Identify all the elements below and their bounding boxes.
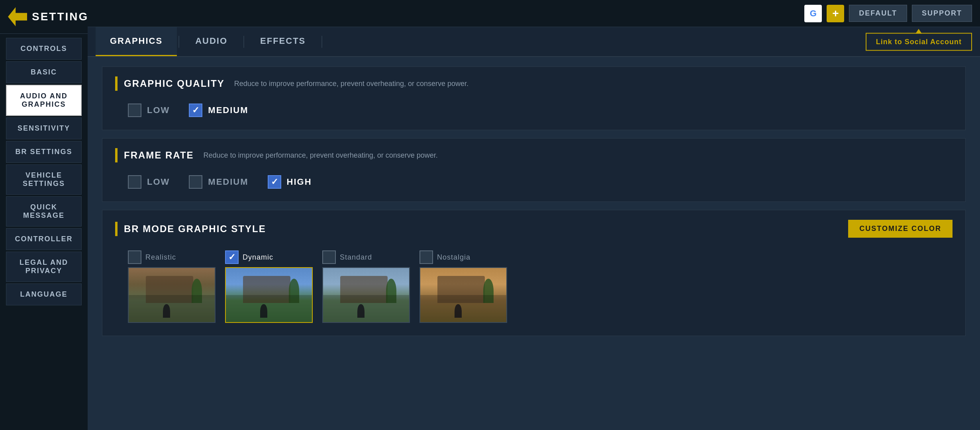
sidebar-item-controller[interactable]: CONTROLLER <box>6 228 82 250</box>
br-mode-header: BR MODE GRAPHIC STYLE CUSTOMIZE COLOR <box>115 220 953 238</box>
style-thumb-nostalgia[interactable] <box>419 267 507 323</box>
graphic-quality-header: GRAPHIC QUALITY Reduce to improve perfor… <box>115 76 953 91</box>
thumb-bg-standard <box>323 268 409 322</box>
graphic-quality-title: GRAPHIC QUALITY <box>124 78 225 89</box>
thumb-overlay-realistic <box>129 295 215 322</box>
style-nostalgia-checkbox[interactable] <box>419 250 433 264</box>
style-item-nostalgia[interactable]: Nostalgia <box>419 250 507 323</box>
sidebar-item-language[interactable]: LANGUAGE <box>6 283 82 305</box>
sidebar-item-legal-and-privacy[interactable]: LEGAL AND PRIVACY <box>6 252 82 282</box>
style-standard-name: Standard <box>340 253 372 262</box>
style-label-realistic: Realistic <box>128 250 216 264</box>
tab-divider-2 <box>243 36 244 48</box>
sidebar-item-basic[interactable]: BASIC <box>6 61 82 83</box>
sidebar-item-sensitivity[interactable]: SENSITIVITY <box>6 117 82 139</box>
frame-rate-medium-option[interactable]: MEDIUM <box>189 175 248 189</box>
frame-rate-options: LOW MEDIUM HIGH <box>115 172 953 192</box>
style-thumb-realistic[interactable] <box>128 267 216 323</box>
style-item-realistic[interactable]: Realistic <box>128 250 216 323</box>
style-thumb-standard[interactable] <box>322 267 410 323</box>
thumb-bg-realistic <box>129 268 215 322</box>
graphic-quality-options: LOW MEDIUM <box>115 100 953 120</box>
graphic-quality-section: GRAPHIC QUALITY Reduce to improve perfor… <box>102 66 966 130</box>
section-bar-brmode-icon <box>115 222 118 236</box>
frame-rate-medium-label: MEDIUM <box>208 177 248 187</box>
style-item-dynamic[interactable]: Dynamic <box>225 250 313 323</box>
style-label-standard: Standard <box>322 250 410 264</box>
tab-divider-3 <box>321 36 322 48</box>
frame-rate-low-checkbox[interactable] <box>128 175 141 189</box>
main-content: GRAPHICS AUDIO EFFECTS Link to Social Ac… <box>88 27 980 430</box>
google-icon[interactable]: G <box>804 5 822 22</box>
frame-rate-medium-checkbox[interactable] <box>189 175 202 189</box>
sidebar: SETTINGS CONTROLS BASIC AUDIO AND GRAPHI… <box>0 0 88 430</box>
sidebar-item-vehicle-settings[interactable]: VEHICLE SETTINGS <box>6 164 82 195</box>
back-arrow-icon[interactable] <box>8 7 27 26</box>
frame-rate-high-option[interactable]: HIGH <box>268 175 312 189</box>
tab-divider-1 <box>178 36 179 48</box>
tab-graphics[interactable]: GRAPHICS <box>96 27 177 56</box>
graphic-quality-medium-label: MEDIUM <box>208 105 248 115</box>
frame-rate-high-checkbox[interactable] <box>268 175 281 189</box>
style-realistic-checkbox[interactable] <box>128 250 141 264</box>
br-mode-title: BR MODE GRAPHIC STYLE <box>124 223 266 235</box>
default-button[interactable]: DEFAULT <box>849 5 907 22</box>
sidebar-nav: CONTROLS BASIC AUDIO AND GRAPHICS SENSIT… <box>0 34 88 309</box>
tab-effects[interactable]: EFFECTS <box>246 27 320 56</box>
style-thumb-dynamic[interactable] <box>225 267 313 323</box>
graphic-quality-desc: Reduce to improve performance, prevent o… <box>234 80 468 88</box>
frame-rate-header: FRAME RATE Reduce to improve performance… <box>115 148 953 162</box>
section-bar-framerate-icon <box>115 148 118 162</box>
tabs-bar: GRAPHICS AUDIO EFFECTS Link to Social Ac… <box>88 27 980 57</box>
thumb-bg-nostalgia <box>420 268 506 322</box>
thumb-overlay-standard <box>323 295 409 322</box>
frame-rate-desc: Reduce to improve performance, prevent o… <box>204 151 438 160</box>
style-dynamic-name: Dynamic <box>243 253 273 262</box>
frame-rate-low-option[interactable]: LOW <box>128 175 170 189</box>
support-button[interactable]: SUPPORT <box>912 5 972 22</box>
tab-audio[interactable]: AUDIO <box>181 27 242 56</box>
header: G + DEFAULT SUPPORT <box>88 0 980 27</box>
graphic-quality-medium-option[interactable]: MEDIUM <box>189 104 248 117</box>
thumb-overlay-nostalgia <box>420 295 506 322</box>
customize-color-button[interactable]: CUSTOMIZE COLOR <box>848 220 953 238</box>
frame-rate-section: FRAME RATE Reduce to improve performance… <box>102 138 966 202</box>
graphic-quality-low-label: LOW <box>147 105 170 115</box>
style-grid: Realistic Dynamic <box>115 247 953 326</box>
style-item-standard[interactable]: Standard <box>322 250 410 323</box>
sidebar-item-audio-and-graphics[interactable]: AUDIO AND GRAPHICS <box>6 85 82 116</box>
section-bar-icon <box>115 76 118 91</box>
br-mode-section: BR MODE GRAPHIC STYLE CUSTOMIZE COLOR Re… <box>102 210 966 336</box>
frame-rate-title: FRAME RATE <box>124 150 194 161</box>
sidebar-header: SETTINGS <box>0 0 88 34</box>
sidebar-item-br-settings[interactable]: BR SETTINGS <box>6 141 82 163</box>
style-standard-checkbox[interactable] <box>322 250 336 264</box>
thumb-overlay-dynamic <box>226 295 312 322</box>
add-account-button[interactable]: + <box>827 5 844 22</box>
frame-rate-low-label: LOW <box>147 177 170 187</box>
settings-content: GRAPHIC QUALITY Reduce to improve perfor… <box>88 57 980 354</box>
sidebar-item-quick-message[interactable]: QUICK MESSAGE <box>6 196 82 227</box>
frame-rate-high-label: HIGH <box>287 177 312 187</box>
thumb-bg-dynamic <box>226 268 312 322</box>
style-label-nostalgia: Nostalgia <box>419 250 507 264</box>
style-label-dynamic: Dynamic <box>225 250 313 264</box>
graphic-quality-medium-checkbox[interactable] <box>189 104 202 117</box>
style-nostalgia-name: Nostalgia <box>437 253 470 262</box>
style-dynamic-checkbox[interactable] <box>225 250 239 264</box>
sidebar-item-controls[interactable]: CONTROLS <box>6 38 82 60</box>
style-realistic-name: Realistic <box>145 253 176 262</box>
graphic-quality-low-option[interactable]: LOW <box>128 104 170 117</box>
link-social-button[interactable]: Link to Social Account <box>866 33 972 51</box>
graphic-quality-low-checkbox[interactable] <box>128 104 141 117</box>
